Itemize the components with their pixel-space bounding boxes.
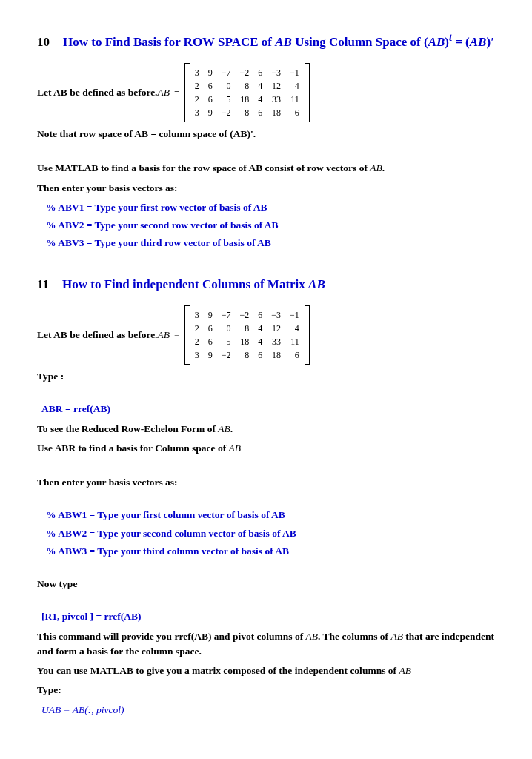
then-enter-11: Then enter your basis vectors as: [37,475,495,490]
section-11-title: 11 How to Find independent Columns of Ma… [37,275,495,294]
this-command-text: This command will provide you rref(AB) a… [37,629,495,660]
abw1-comment: % ABW1 = Type your first column vector o… [46,508,495,523]
title-ab: AB [308,277,325,291]
title-prefix: How to Find Basis for ROW SPACE of [63,35,275,49]
abr-command: ABR = rref(AB) [41,402,495,417]
use-matlab-ab: AB [370,162,382,173]
matrix-10: 39−7−26−3−126084124265184331139−286186 [184,63,310,122]
type-label: Type : [37,369,495,384]
matrix-11: 39−7−26−3−126084124265184331139−286186 [184,305,310,365]
to-see-prefix: To see the Reduced Row-Echelon Form of [37,423,218,434]
to-see-ab: AB [218,423,230,434]
section-10-title: 10 How to Find Basis for ROW SPACE of AB… [37,30,495,51]
use-matlab-prefix: Use MATLAB to find a basis for the row s… [37,162,370,173]
you-can-prefix: You can use MATLAB to give you a matrix … [37,665,399,676]
title-suffix: Using Column Space of [292,35,424,49]
this-cmd-1: This command will provide you rref(AB) a… [37,631,306,642]
section-title-text: How to Find Basis for ROW SPACE of AB Us… [63,30,494,51]
this-cmd-ab2: AB [390,631,403,642]
abv3-comment: % ABV3 = Type your third row vector of b… [46,236,495,251]
use-matlab-text: Use MATLAB to find a basis for the row s… [37,161,495,176]
title-prefix: How to Find independent Columns of Matri… [62,277,308,291]
period: . [382,162,385,173]
you-can-ab: AB [399,665,411,676]
r1-command: [R1, pivcol ] = rref(AB) [41,609,495,624]
abw2-comment: % ABW2 = Type your second column vector … [46,526,495,541]
use-abr-ab: AB [229,443,242,454]
equals: = [174,85,180,100]
title-ab: AB [275,35,292,49]
title-math: (AB)t = (AB)′ [424,35,494,49]
then-enter-text: Then enter your basis vectors as: [37,181,495,196]
to-see-period: . [230,423,233,434]
section-number: 11 [37,275,49,294]
matrix-intro-text: Let AB be defined as before. [37,328,158,342]
equals: = [174,328,180,342]
ab-label: AB [158,85,170,100]
ab-label: AB [158,328,170,342]
uab-command: UAB = AB(:, pivcol) [41,703,495,717]
to-see-text: To see the Reduced Row-Echelon Form of A… [37,422,495,437]
note-text: Note that row space of AB = column space… [37,127,495,142]
you-can-text: You can use MATLAB to give you a matrix … [37,663,495,678]
now-type-text: Now type [37,577,495,591]
matrix-intro-text: Let AB be defined as before. [37,85,158,100]
matrix-definition-11: Let AB be defined as before. AB = 39−7−2… [37,305,495,365]
use-abr-text: Use ABR to find a basis for Column space… [37,441,495,456]
section-title-text: How to Find independent Columns of Matri… [62,275,325,294]
use-abr-prefix: Use ABR to find a basis for Column space… [37,443,229,454]
type2-label: Type: [37,683,495,697]
section-number: 10 [37,33,50,52]
abw3-comment: % ABW3 = Type your third column vector o… [46,544,495,559]
abv1-comment: % ABV1 = Type your first row vector of b… [46,200,495,215]
matrix-definition-10: Let AB be defined as before. AB = 39−7−2… [37,63,495,122]
abv2-comment: % ABV2 = Type your second row vector of … [46,218,495,233]
this-cmd-ab1: AB [306,631,319,642]
this-cmd-2: . The columns of [318,631,390,642]
